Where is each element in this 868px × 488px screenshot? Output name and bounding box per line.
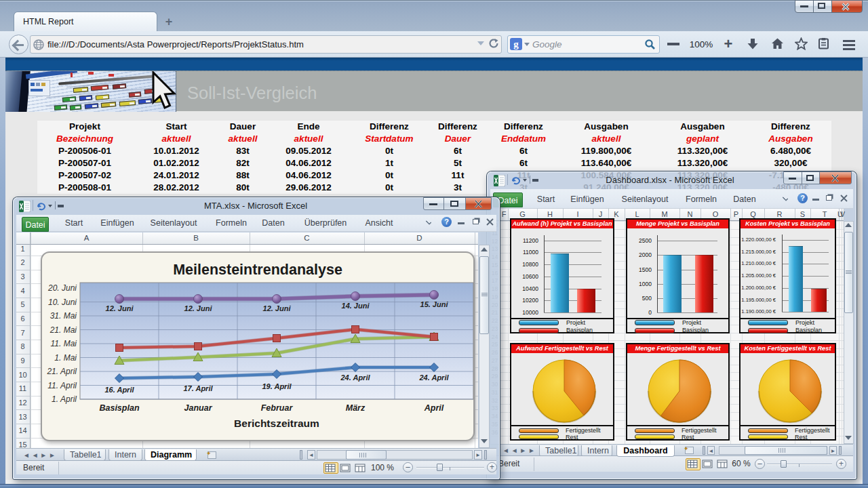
svg-text:Februar: Februar (261, 403, 294, 413)
svg-text:11. April: 11. April (47, 381, 77, 390)
svg-text:24. April: 24. April (340, 373, 371, 382)
svg-text:1. April: 1. April (52, 394, 77, 404)
svg-text:17. April: 17. April (184, 384, 214, 392)
svg-text:1. Mai: 1. Mai (54, 353, 77, 363)
svg-text:24. April: 24. April (419, 373, 450, 382)
svg-text:April: April (424, 403, 444, 413)
svg-text:15. Juni: 15. Juni (420, 300, 449, 308)
svg-text:31. Mai: 31. Mai (50, 311, 77, 321)
svg-text:Meilensteintrendanalyse: Meilensteintrendanalyse (173, 262, 342, 278)
svg-text:21. April: 21. April (46, 367, 77, 376)
svg-text:14. Juni: 14. Juni (342, 302, 370, 310)
svg-text:19. April: 19. April (262, 382, 292, 390)
svg-text:20. Juni: 20. Juni (47, 283, 77, 293)
svg-text:21. Mai: 21. Mai (50, 325, 77, 335)
svg-text:Januar: Januar (184, 403, 213, 413)
svg-text:12. Juni: 12. Juni (184, 304, 213, 312)
svg-text:16. April: 16. April (105, 386, 135, 394)
svg-text:Berichtszeitraum: Berichtszeitraum (234, 418, 319, 429)
svg-text:März: März (346, 403, 366, 413)
svg-text:11. Mai: 11. Mai (51, 339, 77, 348)
svg-text:12. Juni: 12. Juni (106, 304, 134, 312)
svg-text:Basisplan: Basisplan (99, 403, 139, 413)
svg-text:12. Juni: 12. Juni (263, 304, 292, 312)
svg-text:10. Juni: 10. Juni (48, 298, 77, 307)
